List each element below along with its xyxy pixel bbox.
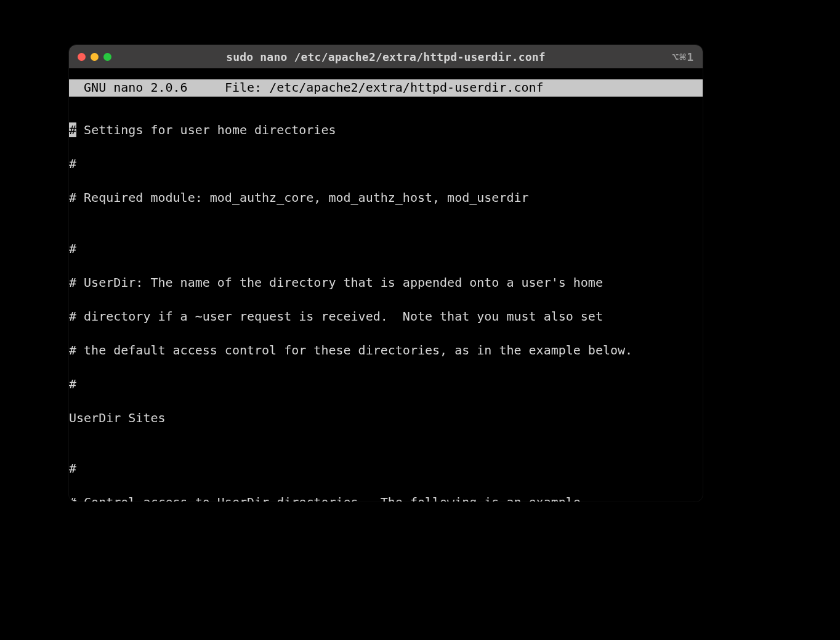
file-line: # directory if a ~user request is receiv… (69, 308, 703, 326)
window-title: sudo nano /etc/apache2/extra/httpd-userd… (69, 50, 703, 63)
file-line: # the default access control for these d… (69, 342, 703, 359)
terminal-window: sudo nano /etc/apache2/extra/httpd-userd… (69, 45, 703, 502)
nano-app-label: GNU nano 2.0.6 (69, 79, 225, 97)
file-line: # (69, 460, 703, 478)
file-line: # (69, 156, 703, 173)
file-line: # (69, 241, 703, 258)
nano-header: GNU nano 2.0.6 File: /etc/apache2/extra/… (69, 79, 703, 97)
titlebar: sudo nano /etc/apache2/extra/httpd-userd… (69, 45, 703, 68)
file-line: UserDir Sites (69, 410, 703, 427)
editor-content[interactable]: # Settings for user home directories # #… (69, 105, 703, 502)
nano-file-label: File: (225, 79, 269, 97)
terminal-body[interactable]: GNU nano 2.0.6 File: /etc/apache2/extra/… (69, 68, 703, 502)
file-line: # UserDir: The name of the directory tha… (69, 274, 703, 292)
text-cursor: # (69, 122, 76, 137)
nano-file-path: /etc/apache2/extra/httpd-userdir.conf (269, 79, 544, 97)
file-line: # Required module: mod_authz_core, mod_a… (69, 190, 703, 207)
file-line: # Control access to UserDir directories.… (69, 494, 703, 502)
file-line: Settings for user home directories (76, 122, 336, 137)
file-line: # (69, 376, 703, 393)
